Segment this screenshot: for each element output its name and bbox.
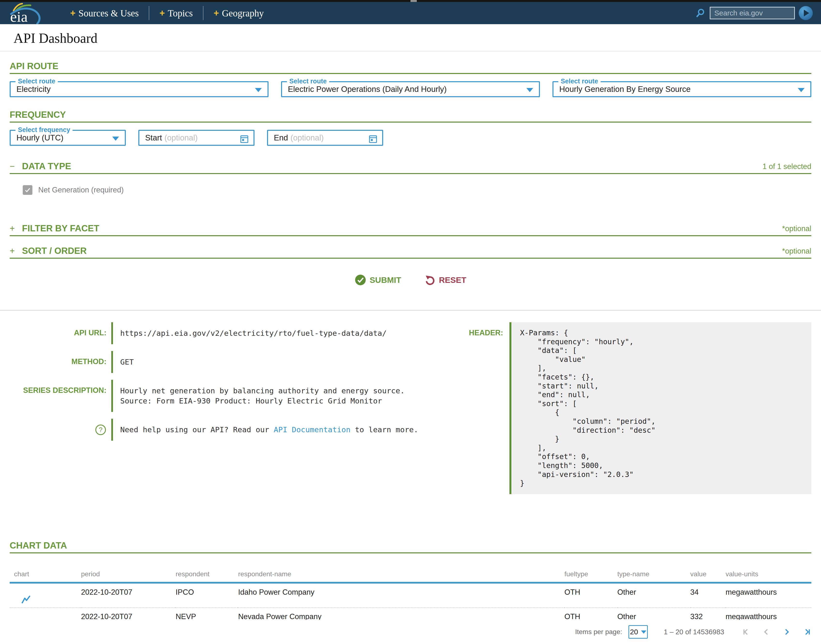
select-label: Select route [287, 78, 329, 85]
select-value: Hourly (UTC) [17, 133, 63, 143]
section-sort-order-header: + SORT / ORDER *optional [10, 246, 811, 259]
route-select-2[interactable]: Select route Electric Power Operations (… [281, 81, 540, 97]
cell-type-name: Other [617, 583, 690, 607]
frequency-controls: Select frequency Hourly (UTC) Start (opt… [10, 130, 811, 146]
section-filter-facet-header: + FILTER BY FACET *optional [10, 223, 811, 236]
help-icon-cell: ? [10, 419, 106, 441]
col-period[interactable]: period [81, 570, 175, 583]
window-top-edge [0, 0, 821, 2]
checkbox-label: Net Generation (required) [38, 186, 124, 194]
form-actions: SUBMIT RESET [0, 274, 821, 286]
previous-page-icon[interactable] [762, 627, 771, 636]
series-description-value: Hourly net generation by balancing autho… [111, 380, 405, 412]
col-value[interactable]: value [690, 570, 726, 583]
section-title: CHART DATA [10, 541, 67, 551]
submit-label: SUBMIT [370, 275, 401, 285]
plus-icon: + [70, 8, 75, 18]
nav-divider [149, 6, 149, 20]
chevron-down-icon [798, 88, 804, 92]
section-title-text: DATA TYPE [22, 161, 71, 172]
route-select-3[interactable]: Select route Hourly Generation By Energy… [552, 81, 811, 97]
chevron-down-icon [255, 88, 262, 92]
section-title: + FILTER BY FACET [10, 223, 99, 233]
reset-button[interactable]: RESET [424, 274, 466, 286]
section-title-text: FILTER BY FACET [22, 223, 99, 233]
route-select-1[interactable]: Select route Electricity [10, 81, 269, 97]
select-value: Electricity [17, 84, 51, 94]
first-page-icon[interactable] [742, 627, 750, 636]
select-label: Select route [15, 78, 58, 85]
main-content: API Dashboard API ROUTE Select route Ele… [0, 31, 821, 644]
reset-rotate-icon [424, 274, 435, 286]
last-page-icon[interactable] [803, 627, 811, 636]
api-meta: API URL: https://api.eia.gov/v2/electric… [10, 322, 459, 494]
section-api-route-header: API ROUTE [10, 61, 811, 74]
section-chart-data-header: CHART DATA [10, 541, 811, 554]
optional-label: *optional [782, 247, 811, 256]
end-date-field[interactable]: End (optional) [267, 130, 383, 146]
eia-logo[interactable]: eia [8, 2, 54, 24]
optional-label: *optional [782, 224, 811, 233]
optional-hint: (optional) [165, 133, 198, 143]
end-date-label: End [274, 133, 288, 143]
cell-value: 34 [690, 583, 726, 607]
nav-item-label: Topics [168, 8, 193, 18]
page-size-select[interactable]: 20 [629, 625, 648, 639]
cell-value-units: megawatthours [726, 583, 811, 607]
col-respondent[interactable]: respondent [175, 570, 238, 583]
nav-item-geography[interactable]: + Geography [214, 8, 264, 18]
col-chart[interactable]: chart [10, 570, 81, 583]
help-suffix: to learn more. [351, 425, 418, 434]
method-label: METHOD: [10, 351, 106, 373]
nav-divider [203, 6, 203, 20]
start-date-label: Start [145, 133, 162, 143]
help-prefix: Need help using our API? Read our [120, 425, 274, 434]
collapse-icon[interactable]: − [10, 161, 15, 172]
frequency-select[interactable]: Select frequency Hourly (UTC) [10, 130, 126, 146]
content-divider [0, 310, 821, 311]
check-circle-icon [355, 274, 366, 286]
main-nav: + Sources & Uses + Topics + Geography [70, 6, 264, 20]
submit-button[interactable]: SUBMIT [355, 274, 401, 286]
page-size-value: 20 [630, 628, 638, 636]
section-title-text: SORT / ORDER [22, 246, 87, 256]
table-header-row: chart period respondent respondent-name … [10, 570, 811, 583]
method-row: METHOD: GET [10, 351, 459, 373]
expand-icon[interactable]: + [10, 246, 15, 256]
navbar: eia + Sources & Uses + Topics + Geograph… [0, 2, 821, 24]
play-arrow-icon [804, 10, 809, 17]
col-value-units[interactable]: value-units [726, 570, 811, 583]
line-chart-icon[interactable] [20, 594, 31, 605]
cell-respondent: IPCO [175, 583, 238, 607]
help-circle-icon[interactable]: ? [95, 424, 106, 435]
cell-respondent-name: Idaho Power Company [238, 583, 564, 607]
api-url-value: https://api.eia.gov/v2/electricity/rto/f… [111, 322, 387, 344]
x-params-code-block: X-Params: { "frequency": "hourly", "data… [509, 322, 811, 494]
expand-icon[interactable]: + [10, 223, 15, 233]
nav-item-topics[interactable]: + Topics [160, 8, 193, 18]
calendar-icon[interactable] [369, 134, 377, 144]
chevron-down-icon [526, 88, 533, 92]
search-go-button[interactable] [799, 6, 813, 20]
checkbox-checked-icon[interactable] [23, 185, 32, 195]
search-input[interactable] [710, 7, 795, 19]
series-description-label: SERIES DESCRIPTION: [10, 380, 106, 412]
select-value: Electric Power Operations (Daily And Hou… [288, 84, 447, 94]
section-title: − DATA TYPE [10, 161, 71, 172]
table-row: 2022-10-20T07 IPCO Idaho Power Company O… [10, 583, 811, 607]
col-fueltype[interactable]: fueltype [564, 570, 617, 583]
api-url-label: API URL: [10, 322, 106, 344]
items-per-page-label: Items per page: [575, 628, 622, 636]
net-generation-checkbox-row: Net Generation (required) [23, 185, 811, 195]
col-respondent-name[interactable]: respondent-name [238, 570, 564, 583]
api-documentation-link[interactable]: API Documentation [274, 425, 351, 434]
nav-item-label: Sources & Uses [78, 8, 138, 18]
col-type-name[interactable]: type-name [617, 570, 690, 583]
nav-item-sources-uses[interactable]: + Sources & Uses [70, 8, 138, 18]
window-drag-handle [410, 0, 417, 2]
next-page-icon[interactable] [782, 627, 791, 636]
svg-text:eia: eia [10, 8, 28, 24]
start-date-field[interactable]: Start (optional) [138, 130, 254, 146]
calendar-icon[interactable] [240, 134, 249, 144]
section-title: API ROUTE [10, 61, 58, 71]
